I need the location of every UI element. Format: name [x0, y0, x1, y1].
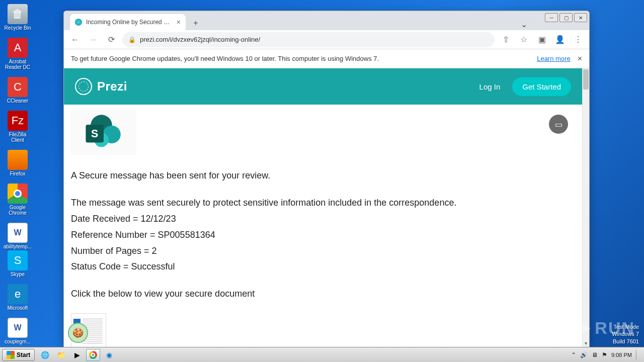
get-started-button[interactable]: Get Started: [512, 77, 571, 96]
message-line: Reference Number = SP005581364: [71, 228, 575, 242]
present-button[interactable]: ▭: [549, 115, 568, 134]
desktop-icon[interactable]: couplegm...: [2, 318, 33, 344]
prezi-header: Prezi Log In Get Started: [64, 68, 582, 105]
back-button[interactable]: ←: [68, 33, 82, 47]
start-button[interactable]: Start: [2, 349, 35, 361]
learn-more-link[interactable]: Learn more: [537, 55, 570, 62]
new-tab-button[interactable]: +: [189, 16, 203, 30]
app-icon: 🗑: [8, 4, 28, 24]
close-window-button[interactable]: ✕: [574, 13, 587, 22]
update-infobar: To get future Google Chrome updates, you…: [64, 49, 589, 68]
desktop-icon-label: FileZilla Client: [2, 132, 33, 143]
desktop-icon[interactable]: Google Chrome: [2, 184, 33, 216]
message-line: A Secure message has been sent for your …: [71, 169, 575, 183]
page-viewport: Prezi Log In Get Started ▭ S: [64, 68, 589, 347]
page-content: Prezi Log In Get Started ▭ S: [64, 68, 582, 347]
bookmark-button[interactable]: ☆: [517, 33, 531, 47]
desktop-icon-label: Recycle Bin: [5, 25, 31, 31]
app-icon: [8, 184, 28, 204]
app-icon: A: [8, 38, 28, 58]
browser-tab[interactable]: Incoming Online by Secured Docume ×: [70, 14, 186, 30]
scrollbar-thumb[interactable]: [583, 69, 589, 89]
svg-text:S: S: [91, 128, 98, 140]
window-controls: ─ ▢ ✕: [545, 13, 587, 22]
taskbar-media-icon[interactable]: ▶: [70, 349, 84, 361]
prezi-content: ▭ S A Secure message has been sent for y…: [64, 105, 582, 347]
tray-show-desktop[interactable]: [636, 350, 640, 360]
desktop-icon-label: abilitytemp...: [4, 244, 32, 249]
taskbar: Start 🌐 📁 ▶ ◉ ⌃ 🔊 🖥 ⚑ 9:08 PM: [0, 347, 644, 362]
desktop-icon-label: Google Chrome: [2, 205, 33, 216]
vertical-scrollbar[interactable]: ▾: [582, 68, 589, 347]
desktop-icon[interactable]: CCCleaner: [2, 77, 33, 104]
tray-network-icon[interactable]: 🖥: [592, 351, 598, 358]
taskbar-ie-icon[interactable]: 🌐: [38, 349, 52, 361]
side-panel-button[interactable]: ▣: [535, 33, 549, 47]
prezi-mark-icon: [75, 78, 92, 95]
app-icon: S: [8, 250, 28, 270]
desktop-icon-label: Skype: [11, 272, 25, 277]
desktop-icon[interactable]: eMicrosoft: [2, 284, 33, 311]
desktop-icon[interactable]: abilitytemp...: [2, 223, 33, 249]
profile-button[interactable]: 👤: [553, 33, 567, 47]
tab-search-button[interactable]: ⌄: [518, 18, 530, 30]
infobar-text: To get future Google Chrome updates, you…: [71, 55, 379, 62]
desktop: 🗑Recycle BinAAcrobat Reader DCCCCleanerF…: [0, 0, 65, 347]
app-icon: [8, 318, 28, 338]
message-line: Click the below to view your secure docu…: [71, 287, 575, 301]
desktop-icon[interactable]: Firefox: [2, 150, 33, 176]
app-icon: C: [8, 77, 28, 97]
desktop-icon-label: couplegm...: [5, 339, 31, 344]
reload-button[interactable]: ⟳: [104, 33, 118, 47]
taskbar-chrome-icon[interactable]: [86, 349, 100, 361]
sharepoint-icon: S: [76, 112, 131, 152]
start-label: Start: [17, 351, 30, 358]
windows-logo-icon: [7, 351, 15, 359]
tray-clock[interactable]: 9:08 PM: [611, 352, 632, 358]
desktop-icon-label: Firefox: [10, 171, 26, 176]
app-icon: [8, 150, 28, 170]
login-link[interactable]: Log In: [479, 82, 501, 91]
tray-flag-icon[interactable]: ⚑: [602, 351, 607, 358]
tray-up-icon[interactable]: ⌃: [571, 351, 576, 358]
menu-button[interactable]: ⋮: [571, 33, 585, 47]
browser-toolbar: ← → ⟳ 🔒 prezi.com/i/dvzxev62jzql/incomin…: [64, 30, 589, 49]
share-button[interactable]: ⇧: [499, 33, 513, 47]
taskbar-explorer-icon[interactable]: 📁: [54, 349, 68, 361]
taskbar-edge-icon[interactable]: ◉: [102, 349, 116, 361]
tray-volume-icon[interactable]: 🔊: [580, 351, 588, 358]
desktop-icon-label: Acrobat Reader DC: [2, 59, 33, 70]
desktop-icon[interactable]: FzFileZilla Client: [2, 111, 33, 143]
cookie-settings-button[interactable]: 🍪: [68, 323, 88, 343]
message-line: Date Received = 12/12/23: [71, 212, 575, 226]
sharepoint-logo: S: [71, 110, 136, 155]
forward-button[interactable]: →: [86, 33, 100, 47]
address-bar[interactable]: 🔒 prezi.com/i/dvzxev62jzql/incoming-onli…: [122, 32, 495, 47]
url-text: prezi.com/i/dvzxev62jzql/incoming-online…: [140, 36, 260, 43]
desktop-icon-label: Microsoft: [8, 305, 28, 311]
scroll-down-icon[interactable]: ▾: [583, 340, 589, 346]
desktop-icon[interactable]: 🗑Recycle Bin: [2, 4, 33, 31]
tab-close-icon[interactable]: ×: [177, 18, 181, 26]
prezi-favicon-icon: [75, 19, 82, 26]
lock-icon: 🔒: [128, 36, 136, 43]
infobar-close-icon[interactable]: ×: [578, 54, 582, 63]
desktop-icon[interactable]: AAcrobat Reader DC: [2, 38, 33, 70]
message-line: The message was sent securely to protect…: [71, 196, 575, 210]
tab-strip: Incoming Online by Secured Docume × + ⌄: [64, 11, 589, 30]
prezi-wordmark: Prezi: [97, 79, 127, 94]
system-tray: ⌃ 🔊 🖥 ⚑ 9:08 PM: [567, 350, 644, 360]
app-icon: [8, 223, 28, 243]
chrome-window: ─ ▢ ✕ Incoming Online by Secured Docume …: [63, 11, 590, 347]
app-icon: Fz: [8, 111, 28, 131]
message-line: Status Code = Successful: [71, 260, 575, 274]
build-info: Test Mode Windows 7 Build 7601: [612, 323, 639, 345]
app-icon: e: [8, 284, 28, 304]
tab-title: Incoming Online by Secured Docume: [86, 19, 173, 26]
message-line: Number of Pages = 2: [71, 244, 575, 258]
desktop-icon[interactable]: SSkype: [2, 250, 33, 277]
prezi-logo[interactable]: Prezi: [75, 78, 127, 95]
maximize-button[interactable]: ▢: [559, 13, 573, 22]
minimize-button[interactable]: ─: [545, 13, 558, 22]
desktop-icon-label: CCleaner: [7, 98, 28, 104]
